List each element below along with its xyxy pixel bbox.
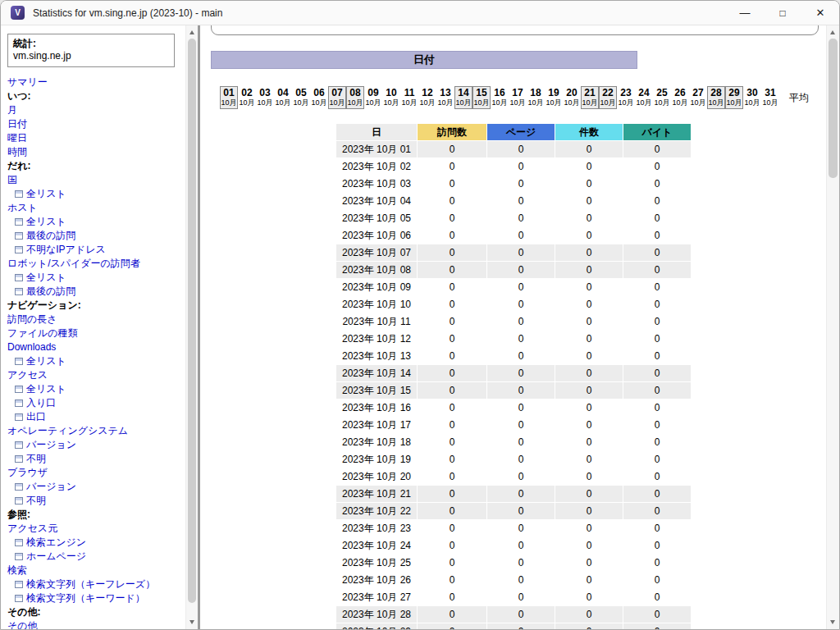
scroll-up-icon[interactable] [189,30,194,34]
date-cell: 2023年 10月 08 [336,262,417,278]
sidebar-item[interactable]: 訪問の長さ [7,313,185,326]
day-cell: 1310月 [436,86,454,109]
sidebar-section-label: いつ: [7,89,185,103]
main-frame: 日付 0110月0210月0310月0410月0510月0610月0710月08… [200,25,826,629]
value-cell: 0 [487,503,555,519]
sidebar-item[interactable]: ブラウザ [7,466,185,480]
value-cell: 0 [623,141,691,158]
close-icon[interactable]: ✕ [801,1,839,25]
value-cell: 0 [418,210,486,226]
day-cell: 1210月 [418,86,436,109]
sidebar-item[interactable]: 日付 [7,117,185,131]
date-cell: 2023年 10月 20 [336,468,417,485]
report-detail-icon [15,232,23,240]
report-detail-icon [15,441,23,449]
sidebar-item[interactable]: 時間 [7,145,185,159]
sidebar-item-label: その他 [7,620,38,629]
day-month-label: 10月 [239,98,255,107]
sidebar-item[interactable]: その他 [7,619,185,629]
day-number: 09 [365,88,381,98]
sidebar-item[interactable]: ホスト [7,201,185,215]
main-scrollbar-thumb[interactable] [829,39,838,178]
sidebar-item[interactable]: Downloads [7,340,185,354]
day-month-label: 10月 [221,98,237,107]
table-row: 2023年 10月 040000 [336,193,691,209]
sidebar-item[interactable]: 不明なIPアドレス [7,243,185,257]
sidebar-item[interactable]: ロボット/スパイダーの訪問者 [7,257,185,271]
day-number: 13 [437,88,454,98]
report-detail-icon [15,455,23,463]
sidebar-item[interactable]: 検索エンジン [7,536,185,550]
sidebar-item[interactable]: 入り口 [7,396,185,410]
sidebar-item-label: 不明 [26,495,46,506]
value-cell: 0 [418,279,486,295]
day-month-label: 10月 [654,98,670,107]
main-scrollbar[interactable] [826,25,839,629]
sidebar-item[interactable]: 出口 [7,410,185,424]
value-cell: 0 [623,244,691,261]
value-cell: 0 [623,176,691,192]
value-cell: 0 [487,158,555,175]
day-cell: 1810月 [527,86,545,109]
table-row: 2023年 10月 060000 [336,227,691,244]
sidebar-item[interactable]: 国 [7,173,185,187]
sidebar-item-label: サマリー [7,76,48,88]
date-cell: 2023年 10月 24 [336,537,417,554]
day-number: 30 [744,88,760,98]
sidebar-item[interactable]: 不明 [7,452,185,466]
sidebar-scrollbar[interactable] [185,25,198,629]
main-scroll-down-icon[interactable] [830,620,835,624]
value-cell: 0 [623,348,691,364]
daily-stats-table: 日訪問数ページ件数バイト 2023年 10月 0100002023年 10月 0… [336,123,692,629]
sidebar-item[interactable]: バージョン [7,438,185,452]
sidebar-item[interactable]: 曜日 [7,131,185,145]
sidebar-item-label: 最後の訪問 [26,230,75,241]
sidebar-scrollbar-thumb[interactable] [188,39,196,603]
value-cell: 0 [555,589,623,605]
value-cell: 0 [555,382,623,399]
sidebar-item[interactable]: 最後の訪問 [7,229,185,243]
main-scroll-up-icon[interactable] [830,30,835,34]
sidebar-item[interactable]: アクセス [7,368,185,382]
title-bar[interactable]: V Statistics for vm.sing.ne.jp (2023-10)… [1,1,839,25]
date-cell: 2023年 10月 25 [336,555,417,571]
sidebar-item[interactable]: ホームページ [7,550,185,564]
sidebar-item-label: 検索 [7,564,27,576]
value-cell: 0 [555,606,623,623]
value-cell: 0 [487,623,555,629]
sidebar-item[interactable]: 全リスト [7,271,185,285]
table-row: 2023年 10月 280000 [336,606,691,623]
date-cell: 2023年 10月 02 [336,158,417,175]
value-cell: 0 [623,520,691,536]
sidebar-item[interactable]: 検索文字列（キーワード） [7,591,185,605]
sidebar-item[interactable]: 全リスト [7,354,185,368]
report-detail-icon [15,483,23,491]
sidebar-item[interactable]: 最後の訪問 [7,285,185,299]
sidebar-item[interactable]: 月 [7,103,185,117]
value-cell: 0 [623,486,691,502]
sidebar-item[interactable]: 全リスト [7,382,185,396]
sidebar-item-label: いつ: [7,90,31,102]
sidebar-item[interactable]: バージョン [7,480,185,494]
sidebar-item[interactable]: 検索文字列（キーフレーズ） [7,578,185,591]
report-detail-icon [15,274,23,281]
sidebar-item[interactable]: 全リスト [7,187,185,201]
sidebar-item[interactable]: ファイルの種類 [7,326,185,340]
day-month-label: 10月 [726,98,742,107]
sidebar-item[interactable]: サマリー [7,75,185,89]
day-month-label: 10月 [401,98,418,107]
sidebar-item-label: 入り口 [26,397,56,409]
report-detail-icon [15,288,23,295]
day-number: 14 [455,88,472,98]
sidebar-item[interactable]: オペレーティングシステム [7,424,185,438]
sidebar-item[interactable]: 全リスト [7,215,185,229]
sidebar-item[interactable]: アクセス元 [7,522,185,536]
scroll-down-icon[interactable] [189,620,194,624]
value-cell: 0 [623,417,691,433]
minimize-icon[interactable]: — [726,1,764,25]
sidebar-item[interactable]: 検索 [7,564,185,578]
value-cell: 0 [418,399,486,416]
maximize-icon[interactable]: □ [764,1,801,25]
value-cell: 0 [623,623,691,629]
sidebar-item[interactable]: 不明 [7,494,185,508]
